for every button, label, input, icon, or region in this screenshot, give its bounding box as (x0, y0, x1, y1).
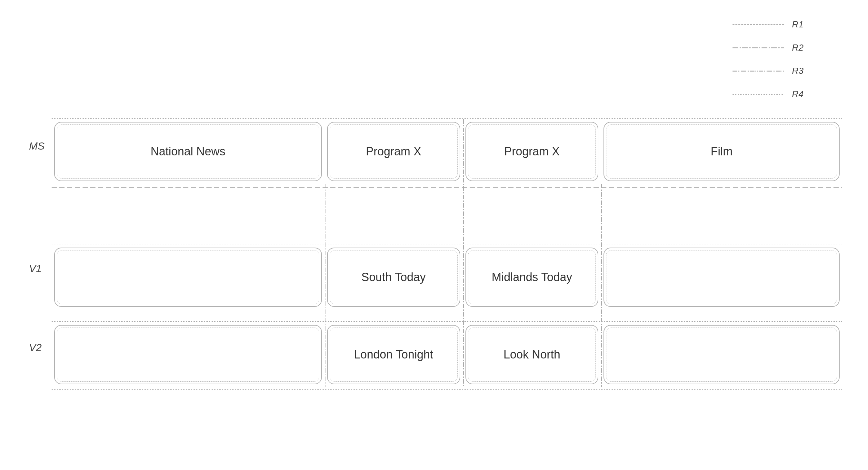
legend: R1 R2 R3 R4 (733, 19, 804, 99)
program-box (54, 325, 322, 384)
program-box (603, 325, 840, 384)
page-container: R1 R2 R3 R4 MS V1 V2 National NewsProgra… (0, 0, 868, 470)
separator-line (52, 321, 842, 322)
legend-item-r3: R3 (733, 66, 804, 76)
legend-label-r1: R1 (792, 19, 804, 30)
program-box: National News (54, 122, 322, 181)
diagram: MS V1 V2 National NewsProgram XProgram X… (26, 110, 842, 444)
separator-line (52, 313, 842, 313)
separator-line (52, 187, 842, 188)
separator-line (52, 118, 842, 119)
separator-line (52, 390, 842, 390)
separator-line (325, 184, 326, 387)
row-label-v1: V1 (29, 263, 41, 275)
separator-line (52, 244, 842, 244)
legend-label-r4: R4 (792, 89, 804, 99)
legend-line-r4 (733, 94, 784, 95)
legend-line-r2 (733, 47, 784, 48)
program-box: Film (603, 122, 840, 181)
legend-item-r1: R1 (733, 19, 804, 30)
program-box: Look North (465, 325, 599, 384)
program-box: London Tonight (327, 325, 460, 384)
separator-line (601, 184, 602, 387)
row-label-ms: MS (29, 140, 44, 152)
row-label-v2: V2 (29, 342, 41, 354)
legend-item-r2: R2 (733, 42, 804, 53)
program-box: Program X (327, 122, 460, 181)
program-box: Program X (465, 122, 599, 181)
program-box (603, 247, 840, 307)
legend-line-r1 (733, 24, 784, 25)
program-box: South Today (327, 247, 460, 307)
legend-label-r2: R2 (792, 42, 804, 53)
legend-line-r3 (733, 71, 784, 72)
legend-label-r3: R3 (792, 66, 804, 76)
legend-item-r4: R4 (733, 89, 804, 99)
program-box: Midlands Today (465, 247, 599, 307)
program-box (54, 247, 322, 307)
separator-line (463, 119, 464, 387)
